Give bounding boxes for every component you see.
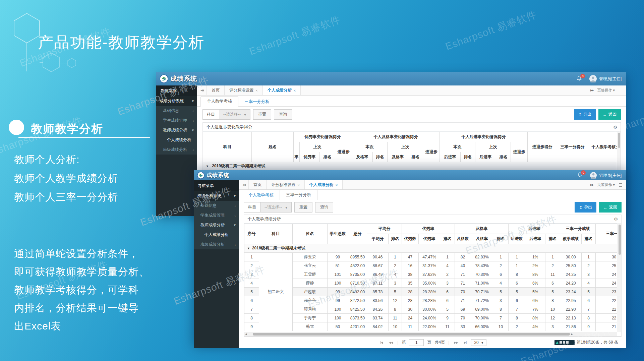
scrollbar-thumb[interactable]	[619, 225, 621, 255]
subtab-personal-teaching-assessment[interactable]: 个人教学考核	[242, 190, 280, 200]
notification-bell-icon[interactable]: 0	[577, 76, 583, 82]
tab-personal-score-analysis[interactable]: 个人成绩分析×	[305, 180, 343, 189]
close-tab-icon[interactable]: ×	[255, 88, 257, 93]
fullscreen-icon[interactable]	[619, 89, 622, 92]
cell: 8710.50	[348, 279, 367, 288]
panel-settings-icon[interactable]: ⚙	[613, 125, 617, 130]
table-row[interactable]: 7谭秀梅1008425.5084.2683030.00%56969.00%877…	[244, 305, 618, 314]
cell: 100	[328, 314, 348, 322]
cell: 66.00%	[471, 322, 493, 331]
subtab-three-rates-analysis[interactable]: 三率一分分析	[238, 97, 276, 107]
user-menu[interactable]: 管理员[主任]	[590, 172, 622, 179]
column-header: 排名	[582, 234, 596, 244]
table-row[interactable]: 6籍亭亭998272.5083.56122828.28%67171.72%366…	[244, 296, 618, 305]
table-row[interactable]: 1初二语文薛玉荣998955.5090.4614747.47%18282.83%…	[244, 253, 618, 261]
sidebar-item[interactable]: 成绩分析系统▾	[194, 191, 239, 201]
scroll-tabs-right-icon[interactable]: ▶▶	[590, 89, 593, 92]
reset-button[interactable]: 重置	[253, 109, 271, 120]
back-button[interactable]: ←返回	[598, 109, 621, 120]
cell: 11	[389, 314, 402, 322]
scroll-left-icon[interactable]: ◀	[244, 333, 248, 336]
subject-select[interactable]: --请选择--▾	[219, 109, 250, 120]
table-row[interactable]: 3王雪娇1018735.0086.4943837.62%27170.30%688…	[244, 270, 618, 279]
tab-personal-score-analysis[interactable]: 个人成绩分析×	[263, 85, 301, 95]
table-row[interactable]: 9韩雪504201.0084.02101122.00%113366.00%102…	[244, 322, 618, 331]
sidebar-item[interactable]: 班级成绩分析‹	[156, 145, 197, 155]
sidebar-item[interactable]: 教师成绩分析▾	[194, 220, 239, 230]
tab-home[interactable]: 首页	[249, 180, 267, 189]
scroll-tabs-left-icon[interactable]: ◀◀	[197, 85, 207, 95]
scrollbar-thumb[interactable]	[253, 333, 570, 336]
vertical-scrollbar[interactable]	[618, 224, 621, 332]
fullscreen-icon[interactable]	[619, 183, 622, 187]
cell: 8	[244, 314, 259, 322]
close-tab-icon[interactable]: ×	[294, 88, 296, 93]
sidebar-item[interactable]: 班级成绩分析‹	[194, 240, 239, 249]
query-button[interactable]: 查询	[315, 202, 333, 213]
cell: 30	[596, 253, 617, 261]
cell: 69.00%	[471, 305, 493, 314]
sidebar-item[interactable]: 基础信息‹	[156, 106, 197, 116]
cell: 谭秀梅	[293, 305, 328, 314]
scroll-tabs-right-icon[interactable]: ▶▶	[590, 183, 593, 186]
query-button[interactable]: 查询	[274, 109, 292, 120]
cell: 6	[509, 296, 525, 305]
intro-line: 教师个人教学成绩分析	[14, 169, 118, 188]
scrollbar-thumb[interactable]	[618, 133, 620, 148]
sidebar-item[interactable]: 学生成绩管理‹	[194, 210, 239, 220]
tab-operations-dropdown[interactable]: 页签操作 ▾	[597, 88, 615, 93]
exam-group-row[interactable]: ▼2018级初二第一学期期末考试	[244, 244, 618, 253]
chevron-down-icon: ▾	[481, 340, 483, 345]
cell: 69	[455, 305, 471, 314]
tab-scoring-standard[interactable]: 评分标准设置×	[267, 180, 304, 189]
collapse-icon[interactable]: ▼	[206, 165, 209, 168]
collapse-icon[interactable]: ▼	[247, 247, 250, 250]
table-row[interactable]: 2张立云514522.0088.6721631.37%44078.43%212%…	[244, 261, 618, 270]
back-button[interactable]: ←返回	[599, 202, 622, 213]
cell: 70	[455, 288, 471, 296]
subject-select[interactable]: --请选择--▾	[260, 202, 292, 213]
cell: 51	[328, 261, 348, 270]
table-row[interactable]: 5卢超敏998492.0085.7852828.28%67070.71%555%…	[244, 288, 618, 296]
record-range-text: 第1到第20条，共 69 条	[577, 340, 618, 345]
scroll-tabs-left-icon[interactable]: ◀◀	[239, 180, 249, 189]
export-button[interactable]: ↥导出	[574, 109, 596, 120]
panel-settings-icon[interactable]: ⚙	[614, 217, 618, 222]
export-button[interactable]: ↥导出	[575, 202, 596, 213]
scroll-right-icon[interactable]: ▶	[570, 333, 574, 336]
horizontal-scrollbar[interactable]: ◀ ▶	[244, 332, 617, 336]
tab-home[interactable]: 首页	[207, 85, 225, 95]
cell: 9	[440, 314, 455, 322]
column-header: 三率一分	[596, 224, 617, 244]
sidebar-item[interactable]: 基础信息‹	[194, 201, 239, 210]
subtab-three-rates-analysis[interactable]: 三率一分分析	[280, 190, 317, 200]
page-size-select[interactable]: 20▾	[471, 339, 486, 346]
first-page-button[interactable]: |◀	[379, 341, 384, 344]
toolbar: 科目 --请选择--▾ 重置 查询 ↥导出 ←返回	[244, 202, 622, 213]
subtab-personal-teaching-assessment[interactable]: 个人教学考核	[200, 96, 238, 107]
tab-operations-dropdown[interactable]: 页签操作 ▾	[597, 182, 615, 187]
sidebar-item[interactable]: 教师成绩分析▾	[156, 125, 197, 135]
close-tab-icon[interactable]: ×	[297, 183, 299, 187]
table-row[interactable]: 4薛静1008710.5087.1133535.00%37171.00%466%…	[244, 279, 618, 288]
exam-group-row[interactable]: ▼ 2019级初二第一学期期末考试	[203, 162, 617, 170]
sidebar-item[interactable]: 个人成绩分析	[194, 230, 239, 240]
next-page-button[interactable]: ▶▶	[453, 341, 459, 344]
prev-page-button[interactable]: ◀◀	[387, 341, 394, 344]
table-row[interactable]: 8于海宁1008373.5083.74112424.00%97070.00%78…	[244, 314, 618, 322]
chevron-down-icon: ▾	[192, 99, 194, 103]
column-header: 总分	[348, 224, 367, 244]
sidebar-item[interactable]: 学生成绩管理‹	[156, 116, 197, 125]
cell: 6	[244, 296, 259, 305]
tab-bar: ◀◀ 首页 评分标准设置× 个人成绩分析× ▶▶ 页签操作 ▾	[239, 180, 626, 190]
column-header: 上次	[300, 142, 335, 152]
page-number-input[interactable]	[409, 339, 424, 346]
notification-bell-icon[interactable]: 0	[577, 172, 583, 178]
last-page-button[interactable]: ▶|	[463, 341, 468, 344]
close-tab-icon[interactable]: ×	[336, 183, 338, 187]
sidebar-item[interactable]: 个人成绩分析	[156, 135, 197, 145]
user-menu[interactable]: 管理员[主任]	[589, 75, 622, 82]
tab-scoring-standard[interactable]: 评分标准设置×	[225, 85, 262, 95]
sidebar-item[interactable]: 成绩分析系统▾	[156, 96, 197, 106]
reset-button[interactable]: 重置	[294, 202, 312, 213]
